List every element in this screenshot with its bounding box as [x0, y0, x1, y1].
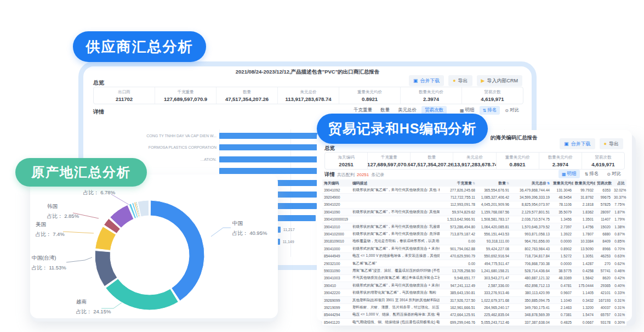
- number-cell: 706,868,730.38: [511, 260, 551, 267]
- sort-icon[interactable]: ⇅: [472, 182, 475, 185]
- number-cell: 802,763,984.43: [511, 245, 551, 252]
- table-row[interactable]: 85444294电压 <= 1,000 V、绝缘、配有连接器的电导体: 其他: …: [322, 311, 626, 318]
- number-cell: 1.38%: [612, 223, 626, 230]
- table-row[interactable]: 390410初级形式的聚"氯乙烯"，未与任何其他物质混合 + 来自供外销包装 +…: [322, 282, 626, 289]
- detail-label: 详情: [324, 171, 335, 178]
- merge-download-button[interactable]: ▣ 合并下载: [560, 138, 595, 149]
- number-cell: 1,241,680,158.21: [477, 267, 511, 274]
- number-cell: 1,508,581,783.17: [477, 216, 511, 223]
- number-cell: 0.63%: [612, 252, 626, 260]
- table-row[interactable]: 39041003不与其他物质混合的聚氯乙烯: 通过本体或悬浮聚合工艺获得的聚氯乙…: [322, 274, 626, 282]
- number-cell: 34,599,396,333.19: [511, 194, 551, 201]
- number-cell: 1.3456: [551, 216, 573, 223]
- summary-metric-value: 20251: [339, 161, 353, 167]
- summary-metric: 美元总价113,917,283,678.74: [453, 153, 495, 169]
- table-row[interactable]: 3904102000初级形状的聚"氯乙烯"，未与任何其他物质混合: 悬浮级 PV…: [322, 230, 626, 238]
- table-header-cell[interactable]: 美元总价⇅: [511, 179, 551, 187]
- number-cell: 65757: [595, 311, 612, 318]
- hs-code-cell: 39219099: [322, 304, 351, 311]
- table-header-cell[interactable]: 数量⇅: [477, 179, 511, 187]
- sort-icon[interactable]: ⇅: [547, 182, 550, 185]
- number-cell: 470,629,590.79: [440, 252, 477, 260]
- number-cell: 10.3384: [573, 238, 595, 245]
- summary-metric-value: 4,619,971: [591, 161, 614, 167]
- number-cell: 0.4781: [551, 282, 573, 289]
- bar-value: 11,217: [283, 227, 295, 233]
- number-cell: 712,722,755.11: [440, 194, 477, 201]
- table-row[interactable]: 39041090初级形状的聚"氯乙烯"，不与任何其他物质混合: 其他聚 (氯乙烯…: [322, 209, 626, 216]
- tab-对比[interactable]: ⊙对比: [603, 170, 624, 178]
- number-cell: 1.5842: [573, 274, 595, 282]
- table-row[interactable]: 39042220初级形状的增塑化聚"氯乙烯"，与其他物质混合: 颗粒385,64…: [322, 289, 626, 296]
- description-cell: 地板覆盖物，无论是否咬粘，卷状或砖形形式，以及墙壁或天花板覆盖..: [351, 238, 440, 245]
- table-row[interactable]: 39204900712,722,755.111,085,327,406.4234…: [322, 194, 626, 201]
- donut-slice-中国(台湾)[interactable]: [95, 251, 117, 286]
- number-cell: 1.3922: [551, 230, 573, 238]
- number-cell: 556,151,443.53: [477, 230, 511, 238]
- table-row[interactable]: 3904100000191,513,642,966.911,508,581,78…: [322, 216, 626, 223]
- export-icon: ●: [604, 142, 607, 147]
- donut-label-taiwan: 中国(台湾) 占比： 11.53%: [32, 255, 66, 270]
- donut-slice-越南[interactable]: [106, 279, 179, 310]
- table-header-cell: 编码描述: [351, 179, 440, 187]
- donut-label-vietnam: 越南 占比： 24.15%: [76, 299, 111, 314]
- table-row[interactable]: 39041000初级形式的聚"氯乙烯"，未与任何其他物质混合 + 来自供外销包装…: [322, 245, 626, 252]
- table-header-cell[interactable]: 贸易次数⇅: [595, 179, 612, 187]
- number-cell: 2.1463: [551, 304, 573, 311]
- bar-label: CONG TY TNHH DAY VA CAP DIEN W...: [134, 133, 216, 139]
- table-row[interactable]: 39041092初级形状的聚"氯乙烯"，未与任何其他物质混合: 其他: 粉末27…: [322, 187, 626, 194]
- number-cell: 4,045,201,909.96: [477, 201, 511, 208]
- sort-icon[interactable]: ⇅: [506, 182, 509, 185]
- number-cell: 167193: [595, 296, 612, 303]
- download-icon: ▣: [564, 142, 569, 147]
- table-row[interactable]: 85441120电气用绕组线、铜、绝缘绝缘 (包括漆包或阳极氧化) 电线、电缆 …: [322, 319, 626, 326]
- export-button[interactable]: ● 导出: [600, 138, 623, 149]
- table-row[interactable]: 3918109010地板覆盖物，无论是否咬粘，卷状或砖形形式，以及墙壁或天花板覆…: [322, 238, 626, 245]
- donut-label-usa: 美国 占比： 7.4%: [36, 222, 65, 237]
- table-row[interactable]: 39041020112,993,091.784,045,201,909.968,…: [322, 201, 626, 208]
- table-row[interactable]: 39041010初级形状的聚"氯乙烯"，未与任何其他物质混合: 乳液级 PVC …: [322, 223, 626, 230]
- description-cell: [351, 201, 440, 208]
- number-cell: 901,794,062.88: [440, 245, 477, 252]
- hscode-table: 海关编码编码描述千克重量⇅数量⇅美元总价⇅重量美元均价数量美元均价贸易次数⇅占比…: [322, 179, 626, 326]
- table-row[interactable]: 39269099其他塑料制品和项目 3901 至 3914 所列的其他材料制品 …: [322, 296, 626, 303]
- toolbar: ▣ 合并下载 ● 导出: [560, 138, 623, 149]
- number-cell: 1,064,420,085.81: [477, 223, 511, 230]
- table-header-cell[interactable]: 千克重量⇅: [440, 179, 477, 187]
- origin-donut-chart: [30, 175, 278, 318]
- summary-metric-value: 127,689,597,070.9: [367, 161, 410, 167]
- number-cell: 573,286,494.80: [440, 223, 477, 230]
- hs-code-cell: 85444949: [322, 252, 351, 260]
- tab-排名[interactable]: ⇅排名: [582, 170, 602, 178]
- table-header-row: 海关编码编码描述千克重量⇅数量⇅美元总价⇅重量美元均价数量美元均价贸易次数⇅占比: [322, 179, 626, 187]
- summary-metric-value: 47,517,354,207.26: [410, 161, 453, 167]
- number-cell: 35.5079: [551, 209, 573, 216]
- donut-slice-中国[interactable]: [150, 200, 204, 301]
- hs-code-cell: 39204900: [322, 194, 351, 201]
- hs-code-cell: 59031090: [322, 267, 351, 274]
- number-cell: 1.87%: [612, 209, 626, 216]
- table-row[interactable]: 59031090用聚"氯乙烯"浸渍、涂层、覆盖或层压的纺织织物 (不包括用聚"氯…: [322, 267, 626, 274]
- table-row[interactable]: 29032100氯乙烯"氯乙烯"0.00494,775,511.47706,86…: [322, 260, 626, 267]
- table-row[interactable]: 39219099塑料板材、片材、薄膜、箔片和条带，经过强化、层压、支撑或与其他.…: [322, 304, 626, 311]
- summary-metric: 贸易次数4,619,971: [582, 153, 624, 169]
- table-header-cell: 海关编码: [322, 179, 351, 187]
- number-cell: 0.0000: [551, 260, 573, 267]
- number-cell: 1,022,679,371.68: [477, 296, 511, 303]
- number-cell: 0.42%: [612, 274, 626, 282]
- number-cell: 1,085,327,406.42: [477, 194, 511, 201]
- 对比-icon: ⊙: [607, 172, 611, 177]
- number-cell: 0.85%: [612, 238, 626, 245]
- table-header-cell: 数量美元均价: [573, 179, 595, 187]
- hs-code-cell: 39041003: [322, 274, 351, 282]
- number-cell: 365,554,676.91: [477, 187, 511, 194]
- table-row[interactable]: 85444949电压 <= 1,000 V 的绝缘电导体，未安装连接器，其他绝缘…: [322, 252, 626, 260]
- number-cell: 8620: [595, 274, 612, 282]
- number-cell: 0.70%: [612, 245, 626, 252]
- summary-metric: 海关编码20251: [325, 153, 367, 169]
- description-cell: 初级形状的聚"氯乙烯"，未与任何其他物质混合: 悬浮级 PVC 树脂: [351, 230, 440, 238]
- description-cell: 电压 <= 1,000 V 的绝缘电导体，未安装连接器，其他绝缘 (包括添包..: [351, 252, 440, 260]
- number-cell: 964,761,656.00: [511, 238, 551, 245]
- tab-明细[interactable]: ▦明细: [558, 170, 580, 178]
- number-cell: 8409: [595, 238, 612, 245]
